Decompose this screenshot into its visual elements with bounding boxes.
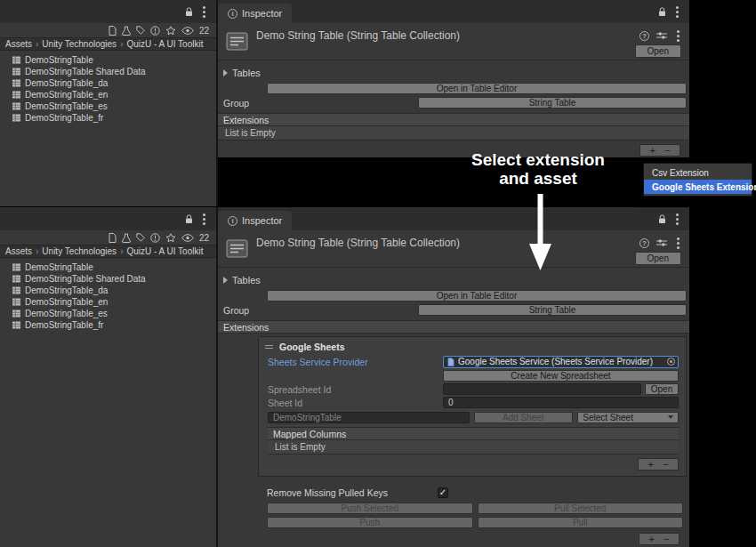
sheets-service-provider-field[interactable]: Google Sheets Service (Sheets Service Pr… bbox=[443, 356, 679, 368]
file-icon[interactable] bbox=[109, 26, 117, 36]
open-in-table-editor-button[interactable]: Open in Table Editor bbox=[267, 290, 687, 302]
list-item[interactable]: DemoStringTable Shared Data bbox=[0, 273, 216, 285]
push-button[interactable]: Push bbox=[267, 517, 473, 528]
list-item[interactable]: DemoStringTable_da bbox=[0, 285, 216, 296]
remove-extension-button[interactable]: − bbox=[664, 146, 670, 156]
add-sheet-button[interactable]: Add Sheet bbox=[474, 412, 574, 423]
sheet-id-input[interactable]: 0 bbox=[443, 397, 679, 408]
tag-icon[interactable] bbox=[136, 26, 145, 35]
open-button[interactable]: Open bbox=[635, 44, 681, 58]
object-picker-icon[interactable] bbox=[667, 358, 675, 366]
visible-count: 22 bbox=[199, 233, 209, 243]
chevron-right-icon: › bbox=[120, 39, 123, 49]
open-in-table-editor-button[interactable]: Open in Table Editor bbox=[267, 83, 687, 94]
remove-missing-pulled-keys-checkbox[interactable]: ✓ bbox=[438, 487, 448, 498]
beaker-icon[interactable] bbox=[122, 233, 131, 243]
annotation-line: and asset bbox=[442, 169, 634, 188]
tab-inspector[interactable]: i Inspector bbox=[218, 4, 292, 23]
google-sheets-header[interactable]: Google Sheets bbox=[259, 339, 686, 354]
kebab-menu-icon[interactable] bbox=[203, 218, 205, 221]
open-button[interactable]: Open bbox=[635, 252, 681, 265]
lock-icon[interactable] bbox=[658, 7, 666, 17]
list-item[interactable]: DemoStringTable_fr bbox=[0, 112, 216, 124]
tab-inspector[interactable]: i Inspector bbox=[218, 211, 292, 230]
breadcrumb-item[interactable]: Assets bbox=[5, 39, 32, 49]
drag-handle-icon[interactable] bbox=[265, 345, 273, 346]
extensions-header[interactable]: Extensions bbox=[218, 113, 689, 126]
beaker-icon[interactable] bbox=[122, 26, 131, 36]
foldout-label: Tables bbox=[232, 68, 261, 78]
breadcrumb-item[interactable]: QuizU - A UI Toolkit bbox=[126, 246, 203, 256]
lock-icon[interactable] bbox=[185, 7, 193, 17]
breadcrumb-item[interactable]: Unity Technologies bbox=[42, 246, 117, 256]
group-label: Group bbox=[223, 305, 418, 316]
extension-title: Google Sheets bbox=[279, 342, 345, 352]
lock-icon[interactable] bbox=[658, 214, 666, 224]
asset-label: DemoStringTable bbox=[25, 55, 93, 65]
kebab-menu-icon[interactable] bbox=[676, 218, 679, 221]
select-sheet-dropdown[interactable]: Select Sheet bbox=[577, 412, 679, 423]
presets-icon[interactable] bbox=[656, 238, 667, 247]
list-item[interactable]: DemoStringTable_es bbox=[0, 308, 216, 319]
inspector-header: Demo String Table (String Table Collecti… bbox=[218, 23, 689, 60]
kebab-menu-icon[interactable] bbox=[676, 11, 679, 13]
remove-column-button[interactable]: − bbox=[663, 460, 668, 470]
add-extension-button[interactable]: + bbox=[648, 535, 654, 544]
eye-icon[interactable] bbox=[181, 234, 194, 242]
group-field[interactable]: String Table bbox=[418, 304, 687, 316]
create-new-spreadsheet-button[interactable]: Create New Spreadsheet bbox=[443, 370, 679, 382]
tab-label: Inspector bbox=[242, 215, 282, 226]
visible-count: 22 bbox=[199, 26, 209, 36]
group-field[interactable]: String Table bbox=[418, 97, 687, 109]
google-sheets-extension: Google Sheets Sheets Service Provider Go… bbox=[258, 336, 687, 477]
list-item[interactable]: DemoStringTable bbox=[0, 261, 216, 273]
presets-icon[interactable] bbox=[656, 31, 667, 40]
add-column-button[interactable]: + bbox=[647, 460, 653, 470]
breadcrumb-item[interactable]: Unity Technologies bbox=[42, 39, 117, 49]
tables-foldout[interactable]: Tables bbox=[218, 67, 689, 79]
help-icon[interactable]: ? bbox=[639, 31, 649, 41]
list-item[interactable]: DemoStringTable_en bbox=[0, 296, 216, 308]
help-icon[interactable]: ? bbox=[639, 238, 649, 248]
file-icon[interactable] bbox=[109, 233, 117, 243]
eye-icon[interactable] bbox=[181, 27, 194, 35]
list-item[interactable]: DemoStringTable_en bbox=[0, 89, 216, 101]
list-item[interactable]: DemoStringTable bbox=[0, 54, 216, 66]
menu-item-google-sheets-extension[interactable]: Google Sheets Extension bbox=[644, 180, 752, 194]
lock-icon[interactable] bbox=[185, 214, 193, 224]
kebab-menu-icon[interactable] bbox=[677, 242, 680, 245]
push-selected-button[interactable]: Push Selected bbox=[267, 503, 473, 514]
info-icon: i bbox=[228, 9, 237, 19]
star-icon[interactable] bbox=[165, 26, 176, 36]
breadcrumb-item[interactable]: Assets bbox=[5, 246, 32, 256]
table-asset-icon bbox=[12, 320, 21, 330]
breadcrumb-item[interactable]: QuizU - A UI Toolkit bbox=[126, 39, 203, 49]
spreadsheet-id-input[interactable] bbox=[443, 383, 641, 395]
list-item[interactable]: DemoStringTable_es bbox=[0, 101, 216, 112]
kebab-menu-icon[interactable] bbox=[677, 35, 680, 37]
remove-extension-button[interactable]: − bbox=[664, 535, 669, 544]
mapped-columns-header[interactable]: Mapped Columns bbox=[268, 427, 679, 440]
extensions-header[interactable]: Extensions bbox=[218, 320, 689, 334]
add-extension-button[interactable]: + bbox=[649, 146, 655, 156]
project-titlebar bbox=[0, 0, 216, 23]
pull-button[interactable]: Pull bbox=[478, 517, 684, 528]
open-spreadsheet-button[interactable]: Open bbox=[645, 383, 679, 395]
tables-foldout[interactable]: Tables bbox=[218, 274, 689, 286]
list-item[interactable]: DemoStringTable_da bbox=[0, 77, 216, 89]
foldout-arrow-icon bbox=[223, 69, 228, 76]
breadcrumb: Assets › Unity Technologies › QuizU - A … bbox=[0, 37, 216, 51]
alert-icon[interactable] bbox=[150, 233, 160, 243]
add-remove-column-buttons: + − bbox=[638, 458, 679, 471]
list-item[interactable]: DemoStringTable_fr bbox=[0, 319, 216, 331]
sheet-name-input[interactable]: DemoStringTable bbox=[268, 412, 470, 423]
sheets-service-provider-label[interactable]: Sheets Service Provider bbox=[268, 357, 443, 367]
alert-icon[interactable] bbox=[150, 26, 160, 36]
table-asset-icon bbox=[12, 101, 21, 111]
menu-item-csv-extension[interactable]: Csv Extension bbox=[644, 165, 752, 180]
kebab-menu-icon[interactable] bbox=[203, 11, 205, 13]
list-item[interactable]: DemoStringTable Shared Data bbox=[0, 66, 216, 77]
star-icon[interactable] bbox=[165, 233, 176, 243]
tag-icon[interactable] bbox=[136, 233, 145, 242]
pull-selected-button[interactable]: Pull Selected bbox=[478, 503, 684, 514]
